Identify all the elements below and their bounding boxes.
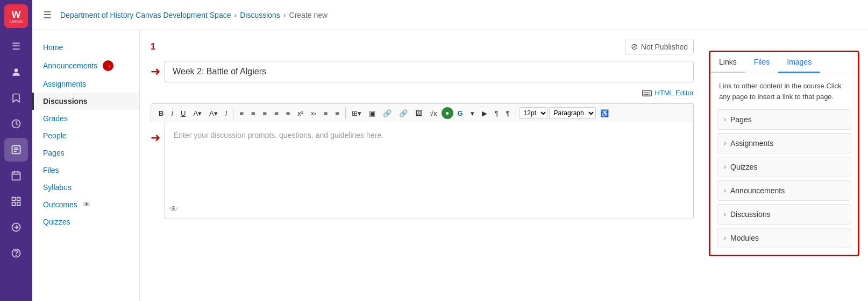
font-size-select[interactable]: 12pt — [519, 107, 548, 119]
title-row: ➜ — [151, 61, 694, 82]
body-row: ➜ Enter your discussion prompts, questio… — [151, 122, 694, 219]
svg-point-0 — [15, 68, 18, 72]
unlink-btn[interactable]: 🔗 — [396, 107, 411, 119]
underline-btn[interactable]: U — [177, 107, 189, 119]
links-tab[interactable]: Links — [710, 52, 745, 73]
nav-home[interactable]: Home — [32, 39, 139, 56]
annotation-arrow-2: ➜ — [151, 131, 160, 145]
breadcrumb-section[interactable]: Discussions — [240, 11, 280, 19]
plugin-btn[interactable]: ● — [442, 107, 453, 119]
breadcrumb: Department of History Canvas Development… — [60, 11, 328, 19]
html-editor-label[interactable]: HTML Editor — [655, 89, 694, 97]
modules-chevron-icon: › — [724, 234, 726, 242]
subscript-btn[interactable]: x₂ — [308, 107, 319, 119]
ltr-btn[interactable]: ¶ — [503, 107, 513, 119]
announcements-link[interactable]: › Announcements — [717, 180, 851, 201]
files-tab[interactable]: Files — [745, 52, 779, 73]
font-bg-btn[interactable]: A▾ — [206, 107, 221, 119]
discussions-chevron-icon: › — [724, 211, 726, 218]
rtl-btn[interactable]: ¶ — [492, 107, 502, 119]
ordered-list-btn[interactable]: ≡ — [332, 107, 343, 119]
user-icon[interactable] — [4, 60, 28, 84]
announcements-link-label: Announcements — [730, 186, 785, 195]
pages-chevron-icon: › — [724, 116, 726, 123]
canvas-logo[interactable]: W canvas — [4, 4, 28, 28]
nav-announcements[interactable]: Announcements → — [32, 56, 139, 75]
breadcrumb-course[interactable]: Department of History Canvas Development… — [60, 11, 231, 19]
nav-discussions[interactable]: Discussions — [32, 93, 139, 110]
superscript-btn[interactable]: x² — [294, 107, 307, 119]
svg-rect-10 — [12, 198, 16, 201]
toolbar-sep-3 — [516, 107, 516, 119]
question-icon[interactable] — [4, 241, 28, 265]
not-published-label: Not Published — [641, 43, 688, 51]
link-btn[interactable]: 🔗 — [380, 107, 395, 119]
accessibility-btn[interactable]: ♿ — [597, 107, 612, 119]
italic2-btn[interactable]: I — [222, 107, 231, 119]
nav-assignments[interactable]: Assignments — [32, 75, 139, 93]
nav-outcomes-label: Outcomes — [43, 200, 77, 209]
google-btn[interactable]: G — [454, 107, 466, 119]
nav-syllabus[interactable]: Syllabus — [32, 179, 139, 196]
align-center-btn[interactable]: ≡ — [248, 107, 259, 119]
assignments-link[interactable]: › Assignments — [717, 133, 851, 153]
svg-rect-18 — [642, 90, 651, 96]
table-btn[interactable]: ⊞▾ — [348, 107, 365, 119]
toolbar-sep-1 — [233, 107, 233, 119]
clock-icon[interactable] — [4, 112, 28, 136]
nav-people[interactable]: People — [32, 127, 139, 144]
announcements-badge: → — [103, 60, 113, 71]
align-right-btn[interactable]: ≡ — [260, 107, 271, 119]
align-full-btn[interactable]: ≡ — [283, 107, 294, 119]
outcomes-eye-icon: 👁 — [83, 200, 90, 209]
nav-quizzes[interactable]: Quizzes — [32, 213, 139, 230]
grid-icon[interactable] — [4, 190, 28, 213]
sqrt-btn[interactable]: √x — [426, 107, 440, 119]
discussion-title-input[interactable] — [165, 61, 694, 82]
modules-link-label: Modules — [730, 234, 759, 242]
logo-canvas: canvas — [9, 19, 23, 23]
nav-grades[interactable]: Grades — [32, 110, 139, 127]
list-icon[interactable] — [4, 138, 28, 162]
not-published-status[interactable]: ⊘ Not Published — [625, 39, 694, 54]
editor-area: 1 ⊘ Not Published ➜ HTML Editor B — [140, 30, 705, 301]
bold-btn[interactable]: B — [155, 107, 167, 119]
video-btn[interactable]: ▶ — [479, 107, 490, 119]
keyboard-icon — [642, 89, 652, 97]
nav-outcomes[interactable]: Outcomes 👁 — [32, 196, 139, 213]
italic-btn[interactable]: I — [168, 107, 176, 119]
nav-pages[interactable]: Pages — [32, 144, 139, 162]
bookmark-icon[interactable] — [4, 86, 28, 110]
quizzes-link[interactable]: › Quizzes — [717, 157, 851, 177]
right-panel-wrapper: 3 Links Files Images Link to other conte… — [705, 30, 864, 301]
font-color-btn[interactable]: A▾ — [190, 107, 205, 119]
nav-announcements-label: Announcements — [43, 61, 97, 70]
menu-toggle[interactable]: ☰ — [43, 9, 52, 21]
annotation-1-label: 1 — [151, 42, 155, 52]
rte-wrapper: B I U A▾ A▾ I ≡ ≡ ≡ ≡ ≡ x² x₂ ≡ ≡ — [151, 103, 694, 219]
modules-link[interactable]: › Modules — [717, 228, 851, 248]
hamburger-icon[interactable]: ☰ — [4, 34, 28, 58]
assignments-chevron-icon: › — [724, 139, 726, 147]
quizzes-chevron-icon: › — [724, 163, 726, 171]
unordered-list-btn[interactable]: ≡ — [321, 107, 331, 119]
images-tab[interactable]: Images — [778, 52, 820, 73]
toolbar-sep-2 — [345, 107, 346, 119]
rte-content-area[interactable]: Enter your discussion prompts, questions… — [165, 122, 694, 219]
breadcrumb-current: Create new — [289, 11, 328, 19]
rte-toolbar: B I U A▾ A▾ I ≡ ≡ ≡ ≡ ≡ x² x₂ ≡ ≡ — [151, 103, 694, 122]
image-btn[interactable]: 🖼 — [412, 107, 425, 119]
media-btn[interactable]: ▣ — [366, 107, 379, 119]
eye-icon-rte: 👁 — [169, 205, 178, 214]
arrow-right-icon[interactable] — [4, 215, 28, 239]
nav-files[interactable]: Files — [32, 162, 139, 179]
breadcrumb-sep-2: › — [283, 11, 286, 19]
paragraph-select[interactable]: Paragraph — [549, 107, 596, 119]
calendar-icon[interactable] — [4, 164, 28, 187]
discussions-link[interactable]: › Discussions — [717, 204, 851, 225]
link-list: › Pages › Assignments › Quizzes › Announ… — [710, 109, 858, 255]
pages-link[interactable]: › Pages — [717, 109, 851, 130]
align-left-btn[interactable]: ≡ — [236, 107, 247, 119]
dropdown-arrow-btn[interactable]: ▾ — [467, 107, 478, 119]
align-justify-btn[interactable]: ≡ — [271, 107, 282, 119]
